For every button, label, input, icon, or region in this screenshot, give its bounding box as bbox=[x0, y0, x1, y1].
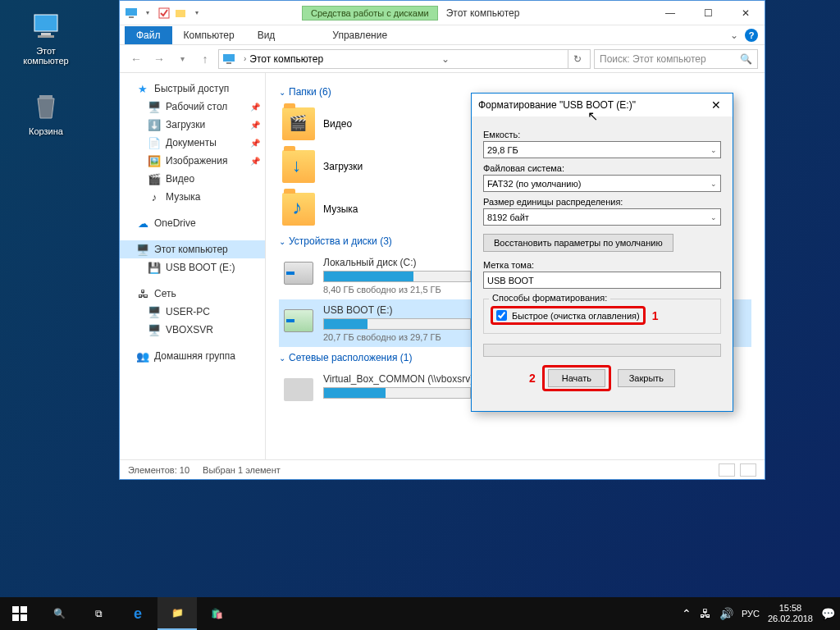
qat-dropdown[interactable]: ▾ bbox=[141, 9, 154, 16]
svg-rect-2 bbox=[38, 35, 54, 38]
address-bar[interactable]: › Этот компьютер ⌄ ↻ bbox=[218, 49, 591, 69]
homegroup-icon: 👥 bbox=[136, 349, 149, 363]
search-box[interactable]: Поиск: Этот компьютер 🔍 bbox=[594, 49, 758, 69]
tray-clock[interactable]: 15:58 26.02.2018 bbox=[768, 603, 813, 624]
tray-language[interactable]: РУС bbox=[742, 609, 760, 619]
tab-computer[interactable]: Компьютер bbox=[172, 26, 246, 44]
close-button[interactable]: ✕ bbox=[727, 2, 765, 25]
edge-button[interactable]: e bbox=[118, 597, 158, 630]
ribbon-tabs: Файл Компьютер Вид Управление ⌄ ? bbox=[120, 25, 765, 45]
help-icon[interactable]: ? bbox=[745, 29, 758, 42]
minimize-button[interactable]: — bbox=[651, 2, 689, 25]
chevron-down-icon: ⌄ bbox=[710, 213, 717, 221]
network-icon: 🖧 bbox=[136, 287, 149, 300]
dialog-titlebar[interactable]: Форматирование "USB BOOT (E:)" ✕ bbox=[472, 94, 733, 116]
nav-back[interactable]: ← bbox=[126, 49, 146, 69]
pin-icon: 📌 bbox=[250, 139, 260, 148]
search-button[interactable]: 🔍 bbox=[39, 597, 79, 630]
pc-small-icon bbox=[125, 7, 138, 20]
restore-defaults-button[interactable]: Восстановить параметры по умолчанию bbox=[483, 234, 673, 252]
sidebar-downloads[interactable]: ⬇️Загрузки📌 bbox=[120, 116, 265, 134]
annotation-number-2: 2 bbox=[529, 372, 536, 385]
pin-icon: 📌 bbox=[250, 103, 260, 112]
sidebar-homegroup[interactable]: 👥Домашняя группа bbox=[120, 347, 265, 365]
allocation-select[interactable]: 8192 байт⌄ bbox=[483, 208, 721, 226]
desktop-this-pc[interactable]: Этот компьютер bbox=[15, 10, 77, 66]
start-button[interactable]: Начать bbox=[548, 369, 605, 387]
tab-manage[interactable]: Управление bbox=[321, 26, 399, 44]
pin-icon: 📌 bbox=[250, 157, 260, 166]
svg-rect-9 bbox=[226, 62, 231, 64]
view-details-button[interactable] bbox=[719, 463, 735, 477]
new-folder-icon[interactable] bbox=[174, 7, 187, 20]
svg-rect-8 bbox=[223, 54, 235, 62]
close-button[interactable]: Закрыть bbox=[618, 369, 675, 387]
volume-input[interactable] bbox=[483, 272, 721, 289]
computer-icon: 🖥️ bbox=[148, 323, 161, 336]
sidebar-network[interactable]: 🖧Сеть bbox=[120, 285, 265, 303]
address-dropdown[interactable]: ⌄ bbox=[436, 50, 454, 68]
sidebar-music[interactable]: ♪Музыка bbox=[120, 188, 265, 206]
format-dialog: Форматирование "USB BOOT (E:)" ✕ Емкость… bbox=[471, 93, 733, 412]
address-chevron[interactable]: › bbox=[240, 54, 249, 63]
nav-history[interactable]: ▾ bbox=[172, 49, 192, 69]
sidebar-usb[interactable]: 💾USB BOOT (E:) bbox=[120, 258, 265, 276]
sidebar-onedrive[interactable]: ☁OneDrive bbox=[120, 214, 265, 232]
sidebar-desktop[interactable]: 🖥️Рабочий стол📌 bbox=[120, 98, 265, 116]
address-text: Этот компьютер bbox=[249, 53, 323, 65]
nav-up[interactable]: ↑ bbox=[195, 49, 215, 69]
allocation-label: Размер единицы распределения: bbox=[483, 197, 721, 207]
properties-icon[interactable] bbox=[158, 7, 171, 20]
methods-label: Способы форматирования: bbox=[489, 293, 610, 303]
view-tiles-button[interactable] bbox=[740, 463, 756, 477]
dialog-close-button[interactable]: ✕ bbox=[706, 97, 726, 113]
nav-sidebar: ★Быстрый доступ 🖥️Рабочий стол📌 ⬇️Загруз… bbox=[120, 73, 266, 459]
tab-view[interactable]: Вид bbox=[246, 26, 287, 44]
qat-dropdown-2[interactable]: ▾ bbox=[190, 9, 203, 16]
capacity-select[interactable]: 29,8 ГБ⌄ bbox=[483, 141, 721, 158]
volume-label: Метка тома: bbox=[483, 260, 721, 270]
svg-rect-11 bbox=[21, 606, 27, 613]
desktop-recycle-bin[interactable]: Корзина bbox=[15, 90, 77, 136]
chevron-down-icon: ⌄ bbox=[710, 146, 717, 154]
sidebar-userpc[interactable]: 🖥️USER-PC bbox=[120, 303, 265, 321]
pictures-icon: 🖼️ bbox=[148, 154, 161, 167]
store-button[interactable]: 🛍️ bbox=[197, 597, 236, 630]
computer-icon: 🖥️ bbox=[148, 305, 161, 318]
sidebar-documents[interactable]: 📄Документы📌 bbox=[120, 134, 265, 152]
tray-network-icon[interactable]: 🖧 bbox=[700, 607, 711, 620]
search-placeholder: Поиск: Этот компьютер bbox=[600, 53, 706, 65]
usb-icon: 💾 bbox=[148, 261, 161, 274]
quick-format-checkbox[interactable]: Быстрое (очистка оглавления) bbox=[496, 310, 640, 321]
maximize-button[interactable]: ☐ bbox=[689, 2, 727, 25]
network-drive-icon bbox=[282, 373, 315, 406]
sidebar-pictures[interactable]: 🖼️Изображения📌 bbox=[120, 152, 265, 170]
tray-chevron[interactable]: ⌃ bbox=[682, 607, 692, 620]
tray-volume-icon[interactable]: 🔊 bbox=[719, 607, 733, 620]
svg-rect-10 bbox=[12, 606, 19, 613]
svg-rect-7 bbox=[176, 10, 185, 17]
filesystem-select[interactable]: FAT32 (по умолчанию)⌄ bbox=[483, 175, 721, 192]
sidebar-video[interactable]: 🎬Видео bbox=[120, 170, 265, 188]
refresh-button[interactable]: ↻ bbox=[568, 50, 587, 68]
sidebar-vboxsvr[interactable]: 🖥️VBOXSVR bbox=[120, 321, 265, 339]
sidebar-quick-access[interactable]: ★Быстрый доступ bbox=[120, 80, 265, 98]
desktop-recycle-label: Корзина bbox=[15, 126, 77, 136]
ribbon-collapse[interactable]: ⌄ bbox=[730, 30, 738, 41]
tab-file[interactable]: Файл bbox=[125, 26, 172, 44]
folder-icon bbox=[282, 107, 315, 140]
explorer-button[interactable]: 📁 bbox=[158, 597, 197, 630]
start-button[interactable] bbox=[0, 597, 39, 630]
sidebar-this-pc[interactable]: 🖥️Этот компьютер bbox=[120, 240, 265, 258]
drive-tools-tab[interactable]: Средства работы с дисками bbox=[302, 6, 438, 21]
task-view-button[interactable]: ⧉ bbox=[79, 597, 118, 630]
folder-icon bbox=[282, 193, 315, 226]
status-items: Элементов: 10 bbox=[128, 465, 189, 475]
nav-forward[interactable]: → bbox=[149, 49, 169, 69]
pc-icon: 🖥️ bbox=[136, 243, 149, 256]
tray-notifications-icon[interactable]: 💬 bbox=[821, 607, 835, 620]
address-pc-icon bbox=[222, 52, 235, 66]
annotation-box-1: Быстрое (очистка оглавления) bbox=[491, 306, 646, 325]
quick-format-check[interactable] bbox=[496, 310, 507, 321]
annotation-number-1: 1 bbox=[652, 309, 659, 322]
